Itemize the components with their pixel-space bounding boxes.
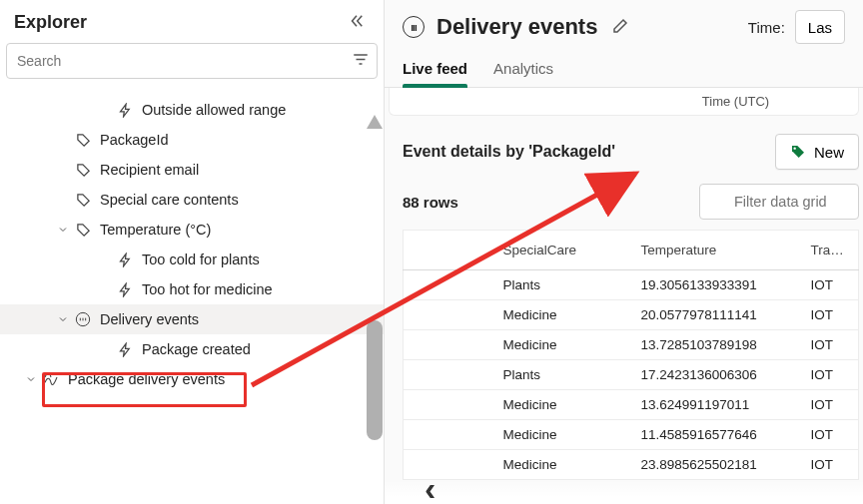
tree-item-delivery-events[interactable]: Delivery events (0, 304, 384, 334)
tree-item-too-cold[interactable]: Too cold for plants (0, 245, 384, 274)
collapse-explorer-button[interactable] (344, 8, 370, 37)
tree-item-label: Special care contents (100, 192, 239, 208)
tree-item-label: Package created (142, 341, 251, 357)
edit-button[interactable] (611, 17, 629, 38)
tree-item-label: Recipient email (100, 162, 199, 178)
detail-title: Event details by 'PackageId' (403, 143, 615, 161)
chevron-down-icon (24, 372, 38, 386)
row-count: 88 rows (403, 194, 458, 211)
explorer-panel: Explorer Outside allowed range (0, 0, 385, 504)
tag-icon (74, 161, 92, 179)
tag-green-icon (790, 144, 806, 160)
bolt-icon (116, 280, 134, 298)
search-input[interactable] (6, 43, 378, 79)
chevron-down-icon (56, 223, 70, 237)
time-label: Time: (748, 19, 785, 36)
tree-item-package-delivery-events[interactable]: Package delivery events (0, 364, 384, 394)
col-tracking[interactable]: Tracking (799, 231, 859, 270)
time-utc-label: Time (UTC) (702, 94, 769, 109)
col-temperature[interactable]: Temperature (629, 231, 799, 270)
utc-strip: Time (UTC) (389, 88, 859, 116)
explorer-title: Explorer (14, 12, 87, 33)
bolt-icon (116, 251, 134, 268)
tree-item-recipient-email[interactable]: Recipient email (0, 155, 384, 185)
table-row[interactable]: Plants17.2423136006306IOT (404, 360, 859, 390)
tree-item-label: Package delivery events (68, 371, 225, 387)
tree-item-label: Outside allowed range (142, 102, 286, 118)
tab-live-feed[interactable]: Live feed (403, 52, 467, 87)
tree-item-special-care[interactable]: Special care contents (0, 185, 384, 215)
tree-group-temperature[interactable]: Temperature (°C) (0, 215, 384, 245)
tree-item-package-created[interactable]: Package created (0, 334, 384, 364)
table-row[interactable]: Medicine13.7285103789198IOT (404, 330, 859, 360)
tree-item-label: Too hot for medicine (142, 281, 273, 297)
time-range-button[interactable]: Las (795, 10, 845, 44)
tree-item-label: PackageId (100, 132, 169, 148)
page-title: Delivery events (436, 14, 597, 40)
tag-icon (74, 191, 92, 209)
main-panel: ııı Delivery events Time: Las Live feed … (385, 0, 863, 504)
tree-item-outside-allowed[interactable]: Outside allowed range (0, 95, 384, 125)
svg-point-1 (793, 147, 795, 149)
flow-icon (42, 370, 60, 388)
filter-icon[interactable] (352, 51, 370, 72)
table-row[interactable]: Medicine13.624991197011IOT (404, 390, 859, 420)
tag-icon (74, 131, 92, 149)
tag-icon (74, 221, 92, 239)
tab-strip: Live feed Analytics (385, 48, 863, 88)
tab-analytics[interactable]: Analytics (493, 52, 553, 87)
tree-item-label: Too cold for plants (142, 252, 260, 267)
table-header-row: SpecialCare Temperature Tracking (404, 231, 859, 270)
bolt-icon (116, 101, 134, 119)
events-icon (74, 310, 92, 328)
chevron-down-icon (56, 312, 70, 326)
events-icon: ııı (403, 16, 425, 38)
table-row[interactable]: Medicine11.4585916577646IOT (404, 420, 859, 450)
col-specialcare[interactable]: SpecialCare (491, 231, 629, 270)
tree-item-label: Temperature (°C) (100, 222, 211, 238)
back-icon[interactable]: ‹ (425, 469, 435, 504)
bolt-icon (116, 340, 134, 358)
tree-item-too-hot[interactable]: Too hot for medicine (0, 274, 384, 304)
new-button[interactable]: New (775, 134, 859, 170)
table-row[interactable]: Plants19.3056133933391IOT (404, 270, 859, 300)
scrollbar-thumb[interactable] (367, 320, 383, 440)
table-row[interactable]: Medicine20.0577978111141IOT (404, 300, 859, 330)
chevron-double-left-icon (348, 12, 366, 30)
table-row[interactable]: Medicine23.8985625502181IOT (404, 450, 859, 480)
data-grid[interactable]: SpecialCare Temperature Tracking Plants1… (403, 230, 859, 480)
filter-grid-input[interactable] (699, 184, 859, 220)
tree-item-label: Delivery events (100, 311, 199, 327)
new-button-label: New (814, 144, 844, 161)
tree-item-package-id[interactable]: PackageId (0, 125, 384, 155)
